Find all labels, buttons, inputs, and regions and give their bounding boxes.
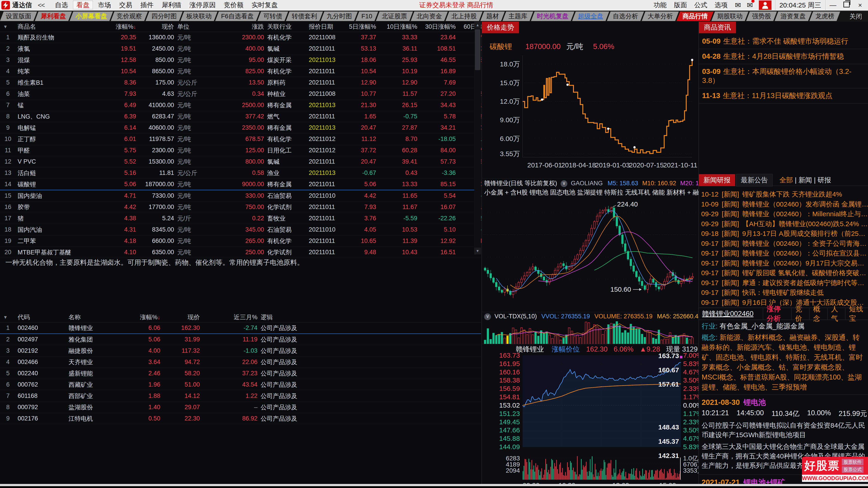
news-item[interactable]: 03-09生意社：本周碳酸锂价格小幅波动（3.2-3.8） [699, 64, 868, 88]
table-row[interactable]: 20MTBE甲基叔丁基醚4.106350.00元/吨250.00化学试剂2021… [0, 247, 481, 258]
column-header-单位[interactable]: 单位 [176, 23, 220, 31]
headline-item[interactable]: 09-17[新闻]摩通：建议投资者趁低吸纳宁德时代等电… [699, 278, 868, 288]
table-row[interactable]: 9002176江特电机0.5022.3086.92公司产品涉及 [0, 413, 481, 424]
table-row[interactable]: 3混煤12.58850.00元/吨95.00煤炭开采2021101318.062… [0, 55, 481, 66]
column-header-10日涨幅%[interactable]: 10日涨幅% [377, 23, 418, 31]
column-header-报价日期[interactable]: 报价日期 [307, 23, 344, 31]
column-header-现价[interactable]: 现价 [137, 23, 176, 31]
headline-item[interactable]: 09-17[新闻]赣锋锂业（002460）9月17日大宗交易成交… [699, 258, 868, 268]
table-row[interactable]: 4纯苯10.548650.00元/吨825.00有机化学2021101110.5… [0, 66, 481, 77]
menu-item-实时复盘[interactable]: 实时复盘 [248, 1, 281, 9]
table-row[interactable]: 15国内柴油4.717330.00元/吨330.00石油贸易202110104.… [0, 190, 481, 201]
table-row[interactable]: 5维生素B18.36175.00元/公斤13.50原料药2021101112.9… [0, 77, 481, 88]
column-header-现价[interactable]: 现价 [162, 313, 201, 321]
headline-item[interactable]: 09-17[新闻]锂矿股回暖 氢氧化锂、碳酸锂价格突破20… [699, 268, 868, 278]
tab-人气[interactable]: 人气 [827, 308, 845, 320]
menu-item-犀利猫[interactable]: 犀利猫 [158, 1, 184, 9]
menu-item-选项[interactable]: 选项 [715, 1, 727, 8]
workspace-tab-游资复盘[interactable]: 游资复盘 [775, 11, 812, 21]
workspace-tab-九分时图[interactable]: 九分时图 [321, 11, 358, 21]
workspace-tab-龙虎榜[interactable]: 龙虎榜 [809, 11, 840, 21]
headline-item[interactable]: 09-29[新闻]【AH互动】赣锋锂业(002460)跌5.24% 宁… [699, 219, 868, 229]
menu-item-交易[interactable]: 交易 [116, 1, 135, 9]
column-header-代码[interactable]: 代码 [16, 313, 67, 321]
workspace-tab-北上持股[interactable]: 北上持股 [445, 11, 483, 21]
table-row[interactable]: 11甲醛5.752300.00元/吨125.00日用化工2021101237.7… [0, 145, 481, 156]
column-header-近三月%[interactable]: 近三月% [201, 313, 259, 321]
intraday-chart[interactable]: 163.737.00%161.955.83%160.164.67%158.383… [482, 353, 699, 488]
tab-最新公告[interactable]: 最新公告 [736, 174, 773, 186]
menu-item-功能[interactable]: 功能 [653, 1, 666, 8]
menu-item-版面[interactable]: 版面 [674, 1, 687, 8]
mail-alert-icon[interactable]: ✉ [747, 1, 753, 9]
minimize-button[interactable]: — [827, 1, 839, 9]
tab-commodity-news[interactable]: 商品资讯 [699, 22, 736, 33]
commodity-table-header[interactable]: ▼商品名涨幅%↓现价单位涨跌关联行业报价日期5日涨幅%10日涨幅%30日涨幅%6… [0, 22, 481, 32]
kline-chart[interactable]: 224.40150.60 [482, 198, 699, 312]
filter-全部[interactable]: 全部 [779, 176, 793, 184]
intraday-mode-label[interactable]: 涨幅价位 [552, 345, 580, 353]
workspace-tab-小屏幕看盘[interactable]: 小屏幕看盘 [70, 11, 113, 21]
table-row[interactable]: 19二甲苯4.186600.00元/吨265.00有机化学2021101110.… [0, 235, 481, 247]
scrollbar-thumb[interactable] [475, 29, 480, 70]
tab-概念[interactable]: 概念 [809, 308, 827, 320]
chevron-down-icon[interactable]: ∨ [484, 313, 491, 320]
workspace-tab-自选分析[interactable]: 自选分析 [607, 11, 644, 21]
workspace-tab-F10[interactable]: F10 [355, 11, 378, 21]
tab-涨停分析[interactable]: 涨停分析 [763, 308, 792, 320]
chevron-down-icon[interactable]: ∨ [561, 180, 567, 187]
table-row[interactable]: 8000792盐湖股份1.4029.07–公司产品涉及 [0, 402, 481, 413]
menu-item-自选[interactable]: 自选 [52, 1, 71, 9]
table-row[interactable]: 12V PVC5.5215300.00元/吨800.00氯碱2021101120… [0, 156, 481, 167]
mail-icon[interactable]: ✉ [735, 1, 741, 9]
menu-item-竞价额[interactable]: 竞价额 [221, 1, 247, 9]
filter-研报[interactable]: 研报 [817, 176, 831, 184]
workspace-tab-四分时图[interactable]: 四分时图 [146, 11, 183, 21]
column-header-30日涨幅%[interactable]: 30日涨幅% [418, 23, 457, 31]
scroll-down-icon[interactable]: ▼ [474, 248, 481, 254]
column-header-5日涨幅%[interactable]: 5日涨幅% [344, 23, 377, 31]
menu-item-看盘[interactable]: 看盘 [73, 1, 93, 9]
menu-item-插件[interactable]: 插件 [137, 1, 157, 9]
concept-values[interactable]: 新能源、新材料概念、融资融券、深股通、转融券标的、新能源汽车、镍氢电池、锂电制造… [702, 333, 863, 391]
workspace-tab-北证股票[interactable]: 北证股票 [376, 11, 413, 21]
close-workspace-button[interactable]: 关闭 [849, 12, 862, 21]
tab-price-trend[interactable]: 价格走势 [482, 22, 519, 33]
table-row[interactable]: 5002240盛新锂能2.4658.2037.23公司产品涉及 [0, 368, 481, 379]
table-row[interactable]: 16胶带4.4217700.00元/吨750.00化学试剂202110117.9… [0, 201, 481, 213]
watermark-url[interactable]: WWW.GOODGUPIAO.COM [802, 475, 868, 482]
headline-item[interactable]: 09-18[新闻]9月13-17日 A股周成交额排行榜（前25名） [699, 229, 868, 238]
table-row[interactable]: 14碳酸锂5.06187000.00元/吨9000.00稀有金属20211011… [0, 179, 481, 190]
stock-title[interactable]: 赣锋锂业002460 [699, 309, 763, 319]
workspace-tab-商品行情[interactable]: 商品行情 [677, 11, 714, 21]
filter-新闻[interactable]: 新闻 [798, 176, 812, 184]
workspace-tab-时光机复盘[interactable]: 时光机复盘 [531, 11, 575, 21]
table-row[interactable]: 2液氯19.512450.00元/吨400.00氯碱2021101153.133… [0, 43, 481, 55]
price-trend-chart[interactable]: 18.0万15.0万12.0万9.00万6.00万3.55万2017-06-01… [482, 51, 699, 177]
table-row[interactable]: 18国内汽油4.318345.00元/吨345.00石油贸易202110104.… [0, 224, 481, 235]
column-header-商品名[interactable]: 商品名 [16, 23, 108, 31]
user-account-button[interactable] [759, 0, 772, 10]
headline-item[interactable]: 10-12[新闻]锂矿股集体下跌 天齐锂业跌超4% [699, 189, 868, 199]
tab-竞价[interactable]: 竞价 [792, 308, 809, 320]
workspace-tab-犀利看盘[interactable]: 犀利看盘 [35, 11, 72, 21]
collapse-button[interactable]: << [38, 2, 44, 9]
column-header-关联行业[interactable]: 关联行业 [266, 23, 307, 31]
table-row[interactable]: 1002460赣锋锂业6.06162.30-2.74公司产品涉及 [0, 322, 481, 334]
workspace-tab-板块联动[interactable]: 板块联动 [180, 11, 217, 21]
table-row[interactable]: 6油菜7.934.63元/公斤0.34种植业2021100810.7711.57… [0, 88, 481, 100]
table-row[interactable]: 2002497雅化集团5.0631.9911.19公司产品涉及 [0, 334, 481, 345]
column-header-涨幅%[interactable]: 涨幅%↓ [108, 23, 137, 31]
workspace-tab-强势股[interactable]: 强势股 [746, 11, 777, 21]
news-item[interactable]: 05-09生意社：需求不佳 碳酸锂市场弱稳运行 [699, 34, 868, 49]
workspace-tab-期股联动[interactable]: 期股联动 [711, 11, 748, 21]
column-header-逻辑[interactable]: 逻辑 [259, 313, 327, 321]
table-row[interactable]: 4002466天齐锂业3.6494.7222.06公司产品涉及 [0, 357, 481, 368]
news-item[interactable]: 11-13生意社：11月13日碳酸锂涨跌观点 [699, 88, 868, 103]
workspace-tab-可转债[interactable]: 可转债 [257, 11, 288, 21]
column-header-涨幅%[interactable]: 涨幅%↓ [130, 313, 162, 321]
column-header-名称[interactable]: 名称 [67, 313, 130, 321]
headline-item[interactable]: 09-29[新闻]赣锋锂业（002460）：Millennial终止与… [699, 209, 868, 219]
table-row[interactable]: 1顺酐及衍生物20.3513600.00元/吨2300.00有机化学202110… [0, 32, 481, 43]
menu-item-涨停原因[interactable]: 涨停原因 [186, 1, 219, 9]
